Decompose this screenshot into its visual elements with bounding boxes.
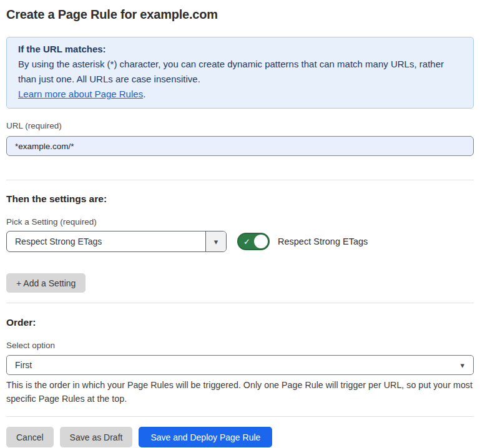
setting-select[interactable]: Respect Strong ETags ▾ (6, 231, 227, 252)
info-box-heading: If the URL matches: (18, 42, 462, 57)
pick-setting-label: Pick a Setting (required) (6, 217, 474, 226)
order-select[interactable]: First ▾ (6, 355, 474, 375)
info-box-link-line: Learn more about Page Rules. (18, 87, 462, 102)
settings-section-heading: Then the settings are: (6, 193, 474, 205)
add-setting-button[interactable]: + Add a Setting (6, 273, 86, 293)
section-divider (6, 180, 474, 180)
learn-more-link[interactable]: Learn more about Page Rules (18, 89, 143, 99)
order-select-label: Select option (6, 341, 474, 350)
save-draft-button[interactable]: Save as Draft (60, 427, 133, 447)
order-help-text: This is the order in which your Page Rul… (6, 378, 474, 406)
toggle-knob (254, 235, 268, 248)
page-rule-form: Create a Page Rule for example.com If th… (0, 0, 480, 447)
chevron-down-icon: ▾ (205, 231, 226, 251)
setting-toggle[interactable]: ✓ (237, 233, 270, 250)
url-input[interactable] (6, 136, 474, 156)
info-box-body: By using the asterisk (*) character, you… (18, 57, 462, 87)
page-title: Create a Page Rule for example.com (6, 7, 474, 22)
chevron-down-icon: ▾ (460, 361, 464, 370)
setting-toggle-label: Respect Strong ETags (278, 236, 368, 246)
setting-row: Respect Strong ETags ▾ ✓ Respect Strong … (6, 231, 474, 252)
footer-actions: Cancel Save as Draft Save and Deploy Pag… (6, 427, 474, 447)
url-field-label: URL (required) (6, 121, 474, 130)
check-icon: ✓ (243, 238, 250, 246)
setting-select-value: Respect Strong ETags (7, 231, 205, 251)
order-select-value: First (15, 360, 32, 370)
cancel-button[interactable]: Cancel (6, 427, 54, 447)
url-match-info-box: If the URL matches: By using the asteris… (6, 37, 474, 109)
link-suffix: . (143, 89, 145, 99)
order-section-heading: Order: (6, 317, 474, 328)
footer-divider (6, 416, 474, 417)
save-deploy-button[interactable]: Save and Deploy Page Rule (139, 427, 272, 447)
section-divider (6, 303, 474, 303)
